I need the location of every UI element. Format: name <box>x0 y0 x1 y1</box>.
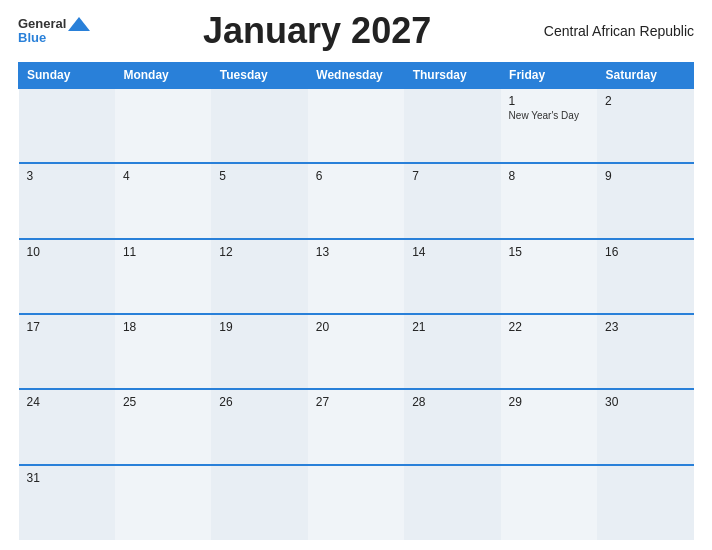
day-number: 16 <box>605 245 685 259</box>
calendar-day-cell: 4 <box>115 163 211 238</box>
dow-header: Saturday <box>597 63 693 89</box>
calendar-day-cell: 8 <box>501 163 597 238</box>
calendar-header-row: SundayMondayTuesdayWednesdayThursdayFrid… <box>19 63 694 89</box>
holiday-label: New Year's Day <box>509 110 589 121</box>
day-number: 28 <box>412 395 492 409</box>
logo-general-text: General <box>18 17 66 31</box>
svg-marker-0 <box>68 17 90 31</box>
day-number: 26 <box>219 395 299 409</box>
day-number: 6 <box>316 169 396 183</box>
calendar-day-cell <box>211 465 307 540</box>
calendar-day-cell: 7 <box>404 163 500 238</box>
calendar-day-cell: 22 <box>501 314 597 389</box>
day-number: 30 <box>605 395 685 409</box>
calendar-table: SundayMondayTuesdayWednesdayThursdayFrid… <box>18 62 694 540</box>
dow-header: Tuesday <box>211 63 307 89</box>
calendar-header: General Blue January 2027 Central Africa… <box>18 10 694 56</box>
day-number: 10 <box>27 245 107 259</box>
day-number: 27 <box>316 395 396 409</box>
dow-header: Wednesday <box>308 63 404 89</box>
calendar-day-cell <box>501 465 597 540</box>
calendar-day-cell <box>308 465 404 540</box>
calendar-day-cell: 10 <box>19 239 115 314</box>
calendar-title: January 2027 <box>90 10 543 52</box>
calendar-day-cell: 29 <box>501 389 597 464</box>
calendar-day-cell: 24 <box>19 389 115 464</box>
day-number: 8 <box>509 169 589 183</box>
day-number: 20 <box>316 320 396 334</box>
day-number: 29 <box>509 395 589 409</box>
day-number: 3 <box>27 169 107 183</box>
day-number: 12 <box>219 245 299 259</box>
calendar-day-cell: 15 <box>501 239 597 314</box>
day-number: 18 <box>123 320 203 334</box>
calendar-day-cell: 21 <box>404 314 500 389</box>
calendar-day-cell: 27 <box>308 389 404 464</box>
calendar-day-cell: 13 <box>308 239 404 314</box>
day-number: 19 <box>219 320 299 334</box>
day-number: 5 <box>219 169 299 183</box>
calendar-day-cell <box>115 88 211 163</box>
dow-header: Sunday <box>19 63 115 89</box>
calendar-day-cell: 20 <box>308 314 404 389</box>
day-number: 9 <box>605 169 685 183</box>
logo-blue-text: Blue <box>18 31 46 45</box>
calendar-day-cell: 19 <box>211 314 307 389</box>
calendar-week-row: 10111213141516 <box>19 239 694 314</box>
dow-header: Monday <box>115 63 211 89</box>
calendar-day-cell: 6 <box>308 163 404 238</box>
day-number: 7 <box>412 169 492 183</box>
calendar-day-cell <box>404 88 500 163</box>
day-number: 1 <box>509 94 589 108</box>
calendar-day-cell: 16 <box>597 239 693 314</box>
calendar-day-cell <box>115 465 211 540</box>
calendar-week-row: 1New Year's Day2 <box>19 88 694 163</box>
calendar-day-cell: 26 <box>211 389 307 464</box>
page-wrapper: General Blue January 2027 Central Africa… <box>0 0 712 550</box>
calendar-week-row: 24252627282930 <box>19 389 694 464</box>
calendar-day-cell: 23 <box>597 314 693 389</box>
country-name: Central African Republic <box>544 23 694 39</box>
day-number: 13 <box>316 245 396 259</box>
day-number: 11 <box>123 245 203 259</box>
calendar-day-cell: 1New Year's Day <box>501 88 597 163</box>
calendar-day-cell: 17 <box>19 314 115 389</box>
calendar-day-cell: 9 <box>597 163 693 238</box>
day-number: 31 <box>27 471 107 485</box>
day-number: 22 <box>509 320 589 334</box>
day-number: 14 <box>412 245 492 259</box>
day-number: 2 <box>605 94 685 108</box>
calendar-day-cell <box>597 465 693 540</box>
day-number: 15 <box>509 245 589 259</box>
calendar-day-cell: 3 <box>19 163 115 238</box>
calendar-day-cell: 31 <box>19 465 115 540</box>
calendar-day-cell: 25 <box>115 389 211 464</box>
day-number: 17 <box>27 320 107 334</box>
day-number: 24 <box>27 395 107 409</box>
calendar-day-cell <box>308 88 404 163</box>
calendar-day-cell: 2 <box>597 88 693 163</box>
calendar-week-row: 17181920212223 <box>19 314 694 389</box>
calendar-day-cell <box>211 88 307 163</box>
calendar-day-cell <box>404 465 500 540</box>
calendar-day-cell: 5 <box>211 163 307 238</box>
calendar-day-cell: 11 <box>115 239 211 314</box>
day-number: 25 <box>123 395 203 409</box>
calendar-week-row: 31 <box>19 465 694 540</box>
calendar-day-cell: 18 <box>115 314 211 389</box>
calendar-day-cell: 12 <box>211 239 307 314</box>
day-number: 23 <box>605 320 685 334</box>
calendar-week-row: 3456789 <box>19 163 694 238</box>
logo-area: General Blue <box>18 17 90 46</box>
dow-header: Thursday <box>404 63 500 89</box>
calendar-day-cell: 30 <box>597 389 693 464</box>
logo-flag-icon <box>68 17 90 31</box>
day-number: 21 <box>412 320 492 334</box>
dow-header: Friday <box>501 63 597 89</box>
calendar-day-cell: 28 <box>404 389 500 464</box>
day-number: 4 <box>123 169 203 183</box>
calendar-day-cell <box>19 88 115 163</box>
calendar-day-cell: 14 <box>404 239 500 314</box>
